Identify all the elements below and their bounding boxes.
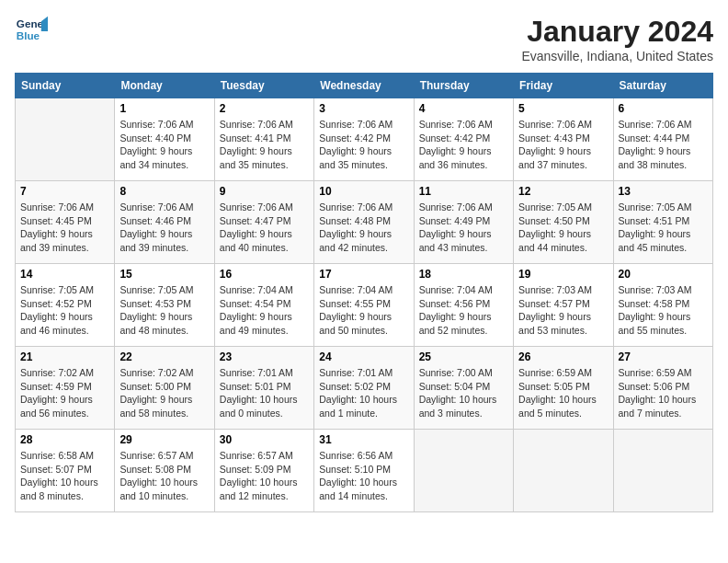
calendar-week-row: 1Sunrise: 7:06 AM Sunset: 4:40 PM Daylig…	[16, 98, 713, 181]
day-info: Sunrise: 7:06 AM Sunset: 4:42 PM Dayligh…	[319, 118, 408, 172]
day-number: 23	[220, 350, 309, 363]
table-row: 21Sunrise: 7:02 AM Sunset: 4:59 PM Dayli…	[16, 347, 115, 430]
calendar-week-row: 14Sunrise: 7:05 AM Sunset: 4:52 PM Dayli…	[16, 264, 713, 347]
day-info: Sunrise: 7:06 AM Sunset: 4:44 PM Dayligh…	[619, 118, 708, 172]
table-row: 25Sunrise: 7:00 AM Sunset: 5:04 PM Dayli…	[414, 347, 513, 430]
table-row: 17Sunrise: 7:04 AM Sunset: 4:55 PM Dayli…	[314, 264, 414, 347]
day-info: Sunrise: 6:57 AM Sunset: 5:09 PM Dayligh…	[220, 449, 309, 503]
day-number: 9	[220, 185, 309, 198]
calendar-week-row: 7Sunrise: 7:06 AM Sunset: 4:45 PM Daylig…	[16, 181, 713, 264]
day-info: Sunrise: 6:58 AM Sunset: 5:07 PM Dayligh…	[20, 449, 109, 503]
calendar-week-row: 28Sunrise: 6:58 AM Sunset: 5:07 PM Dayli…	[16, 430, 713, 512]
day-number: 11	[419, 185, 508, 198]
day-number: 22	[119, 350, 209, 363]
day-number: 28	[20, 433, 109, 446]
header-monday: Monday	[115, 74, 214, 98]
table-row: 26Sunrise: 6:59 AM Sunset: 5:05 PM Dayli…	[514, 347, 613, 430]
day-number: 31	[319, 433, 408, 446]
day-info: Sunrise: 7:06 AM Sunset: 4:45 PM Dayligh…	[20, 201, 109, 255]
day-info: Sunrise: 7:01 AM Sunset: 5:01 PM Dayligh…	[220, 366, 309, 420]
day-number: 16	[220, 268, 309, 281]
day-info: Sunrise: 7:02 AM Sunset: 5:00 PM Dayligh…	[119, 366, 209, 420]
table-row: 9Sunrise: 7:06 AM Sunset: 4:47 PM Daylig…	[214, 181, 313, 264]
day-number: 30	[220, 433, 309, 446]
day-number: 1	[119, 102, 209, 115]
calendar-subtitle: Evansville, Indiana, United States	[521, 49, 713, 63]
calendar-title: January 2024	[521, 15, 713, 49]
table-row: 7Sunrise: 7:06 AM Sunset: 4:45 PM Daylig…	[16, 181, 115, 264]
svg-text:Blue: Blue	[17, 29, 40, 41]
weekday-header-row: Sunday Monday Tuesday Wednesday Thursday…	[16, 74, 713, 98]
calendar-table: Sunday Monday Tuesday Wednesday Thursday…	[15, 73, 713, 512]
day-info: Sunrise: 7:02 AM Sunset: 4:59 PM Dayligh…	[20, 366, 109, 420]
day-info: Sunrise: 6:56 AM Sunset: 5:10 PM Dayligh…	[319, 449, 408, 503]
table-row: 10Sunrise: 7:06 AM Sunset: 4:48 PM Dayli…	[314, 181, 414, 264]
header-wednesday: Wednesday	[314, 74, 414, 98]
day-number: 17	[319, 268, 408, 281]
table-row: 19Sunrise: 7:03 AM Sunset: 4:57 PM Dayli…	[514, 264, 613, 347]
table-row: 16Sunrise: 7:04 AM Sunset: 4:54 PM Dayli…	[214, 264, 313, 347]
day-info: Sunrise: 6:59 AM Sunset: 5:05 PM Dayligh…	[518, 366, 608, 420]
day-number: 27	[619, 350, 708, 363]
calendar-week-row: 21Sunrise: 7:02 AM Sunset: 4:59 PM Dayli…	[16, 347, 713, 430]
day-info: Sunrise: 7:05 AM Sunset: 4:50 PM Dayligh…	[518, 201, 608, 255]
logo: General Blue	[15, 15, 48, 48]
table-row: 28Sunrise: 6:58 AM Sunset: 5:07 PM Dayli…	[16, 430, 115, 512]
table-row: 4Sunrise: 7:06 AM Sunset: 4:42 PM Daylig…	[414, 98, 513, 181]
day-info: Sunrise: 7:06 AM Sunset: 4:48 PM Dayligh…	[319, 201, 408, 255]
day-number: 2	[220, 102, 309, 115]
header-thursday: Thursday	[414, 74, 513, 98]
day-info: Sunrise: 7:05 AM Sunset: 4:52 PM Dayligh…	[20, 283, 109, 338]
day-number: 4	[419, 102, 508, 115]
header-sunday: Sunday	[16, 74, 115, 98]
day-info: Sunrise: 7:06 AM Sunset: 4:43 PM Dayligh…	[518, 118, 608, 172]
header-tuesday: Tuesday	[214, 74, 313, 98]
day-info: Sunrise: 7:04 AM Sunset: 4:54 PM Dayligh…	[220, 283, 309, 338]
day-number: 5	[518, 102, 608, 115]
table-row: 30Sunrise: 6:57 AM Sunset: 5:09 PM Dayli…	[214, 430, 313, 512]
day-number: 8	[119, 185, 209, 198]
day-number: 10	[319, 185, 408, 198]
table-row: 5Sunrise: 7:06 AM Sunset: 4:43 PM Daylig…	[514, 98, 613, 181]
day-number: 12	[518, 185, 608, 198]
header-saturday: Saturday	[613, 74, 712, 98]
day-number: 18	[419, 268, 508, 281]
day-number: 19	[518, 268, 608, 281]
day-info: Sunrise: 6:57 AM Sunset: 5:08 PM Dayligh…	[119, 449, 209, 503]
day-info: Sunrise: 7:06 AM Sunset: 4:49 PM Dayligh…	[419, 201, 508, 255]
table-row: 31Sunrise: 6:56 AM Sunset: 5:10 PM Dayli…	[314, 430, 414, 512]
day-info: Sunrise: 7:05 AM Sunset: 4:51 PM Dayligh…	[619, 201, 708, 255]
day-info: Sunrise: 7:00 AM Sunset: 5:04 PM Dayligh…	[419, 366, 508, 420]
table-row	[414, 430, 513, 512]
table-row: 27Sunrise: 6:59 AM Sunset: 5:06 PM Dayli…	[613, 347, 712, 430]
day-info: Sunrise: 7:06 AM Sunset: 4:42 PM Dayligh…	[419, 118, 508, 172]
table-row: 20Sunrise: 7:03 AM Sunset: 4:58 PM Dayli…	[613, 264, 712, 347]
day-info: Sunrise: 7:01 AM Sunset: 5:02 PM Dayligh…	[319, 366, 408, 420]
table-row: 11Sunrise: 7:06 AM Sunset: 4:49 PM Dayli…	[414, 181, 513, 264]
logo-icon: General Blue	[15, 15, 48, 48]
day-number: 24	[319, 350, 408, 363]
table-row: 24Sunrise: 7:01 AM Sunset: 5:02 PM Dayli…	[314, 347, 414, 430]
table-row: 1Sunrise: 7:06 AM Sunset: 4:40 PM Daylig…	[115, 98, 214, 181]
day-info: Sunrise: 7:04 AM Sunset: 4:56 PM Dayligh…	[419, 283, 508, 338]
page-header: General Blue January 2024 Evansville, In…	[15, 15, 713, 63]
day-info: Sunrise: 6:59 AM Sunset: 5:06 PM Dayligh…	[619, 366, 708, 420]
day-info: Sunrise: 7:03 AM Sunset: 4:58 PM Dayligh…	[619, 283, 708, 338]
day-number: 3	[319, 102, 408, 115]
day-info: Sunrise: 7:06 AM Sunset: 4:40 PM Dayligh…	[119, 118, 209, 172]
title-section: January 2024 Evansville, Indiana, United…	[521, 15, 713, 63]
table-row: 18Sunrise: 7:04 AM Sunset: 4:56 PM Dayli…	[414, 264, 513, 347]
day-number: 6	[619, 102, 708, 115]
day-info: Sunrise: 7:06 AM Sunset: 4:46 PM Dayligh…	[119, 201, 209, 255]
day-number: 29	[119, 433, 209, 446]
table-row: 22Sunrise: 7:02 AM Sunset: 5:00 PM Dayli…	[115, 347, 214, 430]
table-row: 6Sunrise: 7:06 AM Sunset: 4:44 PM Daylig…	[613, 98, 712, 181]
day-number: 7	[20, 185, 109, 198]
day-info: Sunrise: 7:06 AM Sunset: 4:41 PM Dayligh…	[220, 118, 309, 172]
table-row: 3Sunrise: 7:06 AM Sunset: 4:42 PM Daylig…	[314, 98, 414, 181]
day-number: 21	[20, 350, 109, 363]
day-number: 14	[20, 268, 109, 281]
table-row: 13Sunrise: 7:05 AM Sunset: 4:51 PM Dayli…	[613, 181, 712, 264]
day-number: 26	[518, 350, 608, 363]
day-info: Sunrise: 7:06 AM Sunset: 4:47 PM Dayligh…	[220, 201, 309, 255]
